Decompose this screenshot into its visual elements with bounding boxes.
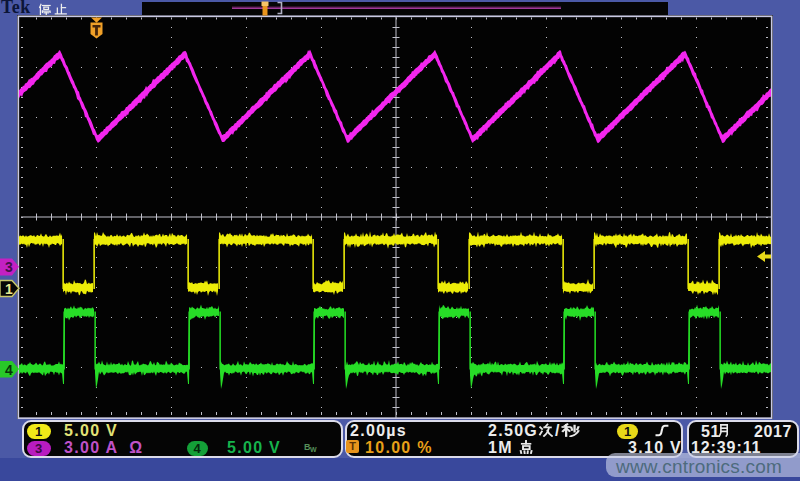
svg-text:1: 1 <box>5 281 13 297</box>
svg-text:3: 3 <box>5 259 13 275</box>
svg-text:4: 4 <box>5 362 13 378</box>
